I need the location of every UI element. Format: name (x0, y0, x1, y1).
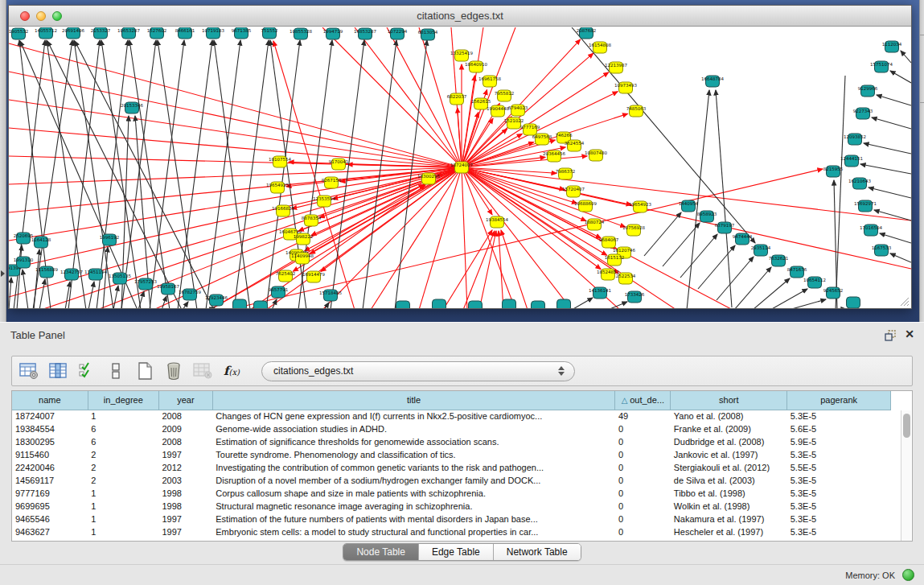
graph-node[interactable]: 19166825 (272, 205, 294, 216)
graph-node[interactable]: 12213987 (605, 62, 627, 73)
table-cell[interactable]: 5.9E-5 (787, 435, 891, 448)
graph-edge[interactable] (663, 223, 700, 266)
graph-node[interactable]: 10654112 (803, 277, 826, 288)
column-header-in_degree[interactable]: in_degree (88, 391, 158, 410)
graph-edge[interactable] (869, 187, 911, 198)
graph-node[interactable]: 1998222 (294, 233, 314, 245)
table-cell[interactable]: 9463627 (12, 525, 88, 538)
graph-node[interactable]: 10855328 (290, 28, 312, 39)
graph-edge[interactable] (34, 249, 39, 308)
graph-edge[interactable] (770, 289, 807, 308)
network-window-titlebar[interactable]: citations_edges.txt (9, 6, 911, 27)
graph-node[interactable]: 6497568 (532, 134, 552, 145)
table-cell[interactable]: Disruption of a novel member of a sodium… (212, 474, 615, 487)
graph-node[interactable]: 1615132 (605, 254, 625, 266)
graph-node[interactable]: 1991310 (14, 257, 34, 268)
network-canvas[interactable]: 1872400719055321405571220691406215332710… (9, 27, 911, 308)
graph-node[interactable]: 12353594 (313, 196, 335, 207)
table-cell[interactable]: 5.3E-5 (787, 448, 891, 461)
table-row[interactable]: 1456911722003Disruption of a novel membe… (12, 474, 891, 487)
memory-status-indicator[interactable] (902, 569, 914, 581)
graph-node[interactable] (847, 297, 860, 308)
graph-edge[interactable] (874, 210, 911, 220)
table-cell[interactable]: 18300295 (12, 435, 88, 448)
graph-node[interactable]: 19904448 (487, 105, 509, 117)
table-cell[interactable]: 2008 (158, 435, 212, 448)
table-row[interactable]: 2242004622012Investigating the contribut… (12, 461, 891, 474)
table-cell[interactable]: 2 (88, 448, 158, 461)
table-select-dropdown[interactable]: citations_edges.txt (261, 361, 575, 381)
table-cell[interactable]: 5.6E-5 (787, 422, 891, 435)
table-cell[interactable]: 22420046 (12, 461, 88, 474)
table-cell[interactable]: Tibbo et al. (1998) (671, 487, 787, 500)
table-cell[interactable]: 14569117 (12, 474, 88, 487)
graph-edge[interactable] (75, 41, 214, 308)
table-cell[interactable]: 6 (88, 435, 158, 448)
table-cell[interactable]: Jankovic et al. (1997) (671, 448, 787, 461)
table-cell[interactable]: 5.3E-5 (787, 474, 891, 487)
graph-node[interactable]: 8471676 (787, 266, 807, 278)
graph-node[interactable]: 19384554 (486, 216, 508, 228)
graph-node[interactable]: 6813054 (418, 29, 438, 40)
network-window[interactable]: citations_edges.txt 18724007190553214055… (8, 5, 912, 309)
table-cell[interactable]: Stergiakouli et al. (2012) (671, 461, 787, 474)
graph-node[interactable]: 9857791 (269, 286, 289, 298)
table-cell[interactable]: 1 (88, 487, 158, 500)
graph-edge[interactable] (680, 234, 717, 278)
table-cell[interactable]: 0 (615, 513, 671, 525)
table-cell[interactable]: Franke et al. (2009) (671, 422, 787, 435)
table-cell[interactable]: 0 (615, 487, 671, 500)
table-cell[interactable]: 1998 (158, 487, 212, 500)
graph-node[interactable]: 9129966 (858, 85, 878, 97)
graph-edge[interactable] (88, 282, 94, 308)
graph-node[interactable]: 7986372 (556, 168, 576, 179)
graph-edge[interactable] (789, 299, 826, 308)
table-scrollbar-thumb[interactable] (903, 414, 910, 438)
graph-edge[interactable] (162, 296, 166, 308)
graph-edge[interactable] (462, 167, 467, 308)
graph-node[interactable]: 13505135 (109, 273, 131, 284)
column-header-name[interactable]: name (12, 391, 88, 410)
graph-edge[interactable] (214, 40, 250, 308)
graph-node[interactable]: 1167533 (872, 245, 892, 256)
graph-edge[interactable] (178, 40, 212, 308)
graph-node[interactable]: 8466161 (175, 27, 195, 39)
table-cell[interactable]: Wolkin et al. (1998) (671, 500, 787, 513)
table-row[interactable]: 1938455462009Genome-wide association stu… (12, 422, 891, 435)
graph-node[interactable]: 6379197 (715, 222, 735, 233)
graph-node[interactable]: 2087682 (577, 27, 597, 39)
graph-edge[interactable] (272, 299, 277, 308)
graph-edge[interactable] (23, 270, 28, 308)
column-header-pagerank[interactable]: pagerank (787, 391, 891, 410)
graph-node[interactable]: 7625402 (276, 270, 296, 282)
graph-node[interactable] (503, 299, 516, 308)
table-cell[interactable]: 49 (615, 410, 671, 422)
graph-node[interactable]: 7632621 (769, 255, 789, 266)
graph-edge[interactable] (462, 167, 515, 308)
table-cell[interactable]: 9699695 (12, 500, 88, 513)
graph-edge[interactable] (572, 298, 593, 308)
table-cell[interactable]: 5.3E-5 (787, 525, 891, 538)
graph-node[interactable]: 1733426 (625, 291, 645, 303)
table-cell[interactable]: 1 (88, 513, 158, 525)
graph-node[interactable]: 1112034 (882, 41, 902, 52)
table-cell[interactable]: 0 (615, 435, 671, 448)
table-cell[interactable]: 1 (88, 500, 158, 513)
table-cell[interactable]: 5.3E-5 (787, 500, 891, 513)
graph-node[interactable]: 16210643 (848, 178, 871, 189)
graph-node[interactable]: 10653287 (117, 27, 140, 39)
table-cell[interactable]: 6 (88, 422, 158, 435)
collapsed-left-panel[interactable] (0, 0, 6, 322)
table-row[interactable]: 1872400712008Changes of HCN gene express… (12, 410, 891, 422)
network-view[interactable]: 1872400719055321405571220691406215332710… (9, 27, 911, 308)
graph-node[interactable]: 10973493 (614, 82, 637, 93)
graph-node[interactable]: 17016504 (860, 225, 882, 236)
graph-edge[interactable] (462, 167, 911, 269)
table-row[interactable]: 946362711997Embryonic stem cells: a mode… (12, 525, 891, 538)
graph-node[interactable]: 15720407 (562, 186, 585, 197)
graph-edge[interactable] (698, 245, 735, 289)
table-cell[interactable]: 9115460 (12, 448, 88, 461)
table-cell[interactable]: Structural magnetic resonance image aver… (212, 500, 615, 513)
graph-node[interactable]: 10958167 (157, 283, 179, 295)
graph-node[interactable]: 16782759 (179, 289, 201, 300)
